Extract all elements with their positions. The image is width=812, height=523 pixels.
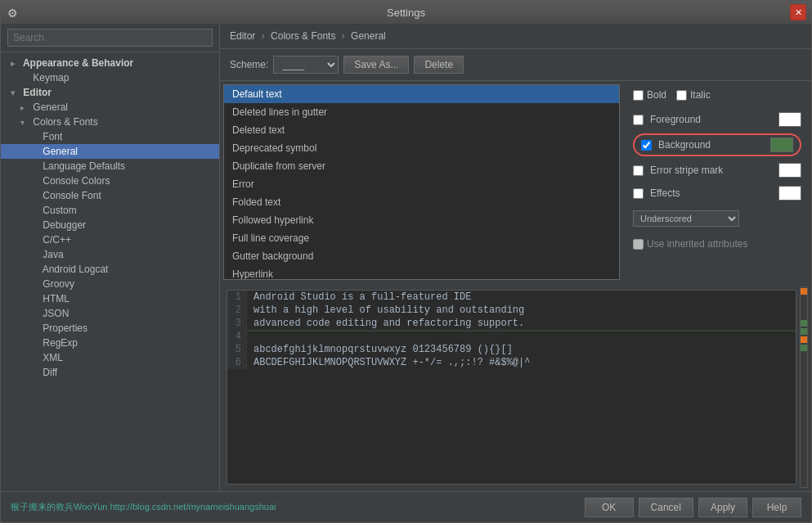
sidebar-item-html[interactable]: HTML <box>1 291 219 306</box>
expand-icon: ▾ <box>20 118 30 127</box>
line-number-3: 3 <box>227 317 247 330</box>
dropdown-item-default-text[interactable]: Default text <box>224 85 619 103</box>
scroll-mark-green2 <box>801 328 807 335</box>
sidebar-item-font[interactable]: Font <box>1 129 219 144</box>
background-swatch[interactable] <box>770 138 793 152</box>
sidebar-item-console-font[interactable]: Console Font <box>1 188 219 203</box>
preview-scrollbar[interactable] <box>800 286 808 489</box>
sidebar: ▸ Appearance & Behavior Keymap ▾ Editor … <box>1 24 220 491</box>
sidebar-item-appearance[interactable]: ▸ Appearance & Behavior <box>1 56 219 70</box>
dropdown-item-error[interactable]: Error <box>224 175 619 193</box>
title-bar: ⚙ Settings ✕ <box>1 1 811 24</box>
sidebar-item-label: JSON <box>43 308 69 319</box>
help-button[interactable]: Help <box>752 498 801 517</box>
cancel-button[interactable]: Cancel <box>639 498 693 517</box>
foreground-checkbox[interactable] <box>633 115 644 125</box>
options-panel: Bold Italic Foreground <box>623 81 811 283</box>
sidebar-item-general-sub[interactable]: General <box>1 144 219 159</box>
sidebar-item-colors-fonts[interactable]: ▾ Colors & Fonts <box>1 115 219 129</box>
sidebar-item-label: C/C++ <box>43 234 71 246</box>
sidebar-item-properties[interactable]: Properties <box>1 321 219 336</box>
sidebar-item-label: General <box>33 101 68 113</box>
sidebar-item-label: HTML <box>43 293 70 304</box>
sidebar-item-xml[interactable]: XML <box>1 350 219 365</box>
sidebar-item-label: Font <box>43 131 62 142</box>
line-number-5: 5 <box>227 343 247 356</box>
scroll-mark-orange1 <box>801 288 807 295</box>
bold-checkbox[interactable] <box>633 90 644 101</box>
dropdown-item-gutter-bg[interactable]: Gutter background <box>224 247 619 265</box>
sidebar-item-lang-defaults[interactable]: Language Defaults <box>1 159 219 174</box>
sidebar-item-label: Custom <box>43 205 76 216</box>
settings-window: ⚙ Settings ✕ ▸ Appearance & Behavior Key… <box>0 0 812 523</box>
sidebar-item-label: RegExp <box>43 337 78 349</box>
sidebar-tree: ▸ Appearance & Behavior Keymap ▾ Editor … <box>1 52 219 491</box>
scroll-mark-green3 <box>801 345 807 351</box>
sidebar-item-editor[interactable]: ▾ Editor <box>1 85 219 100</box>
expand-icon: ▸ <box>11 59 20 68</box>
main-content: ▸ Appearance & Behavior Keymap ▾ Editor … <box>1 24 811 491</box>
line-content-5: abcdefghijklmnopqrstuvwxyz 0123456789 ()… <box>247 343 519 356</box>
foreground-swatch[interactable] <box>778 112 801 127</box>
line-content-1: Android Studio is a full-featured IDE <box>247 291 478 304</box>
content-area: Default text Deleted lines in gutter Del… <box>220 81 811 491</box>
dropdown-item-full-line[interactable]: Full line coverage <box>224 229 619 247</box>
sidebar-item-label: Properties <box>43 322 87 334</box>
ok-button[interactable]: OK <box>585 498 634 517</box>
dropdown-item-deleted-gutter[interactable]: Deleted lines in gutter <box>224 103 619 121</box>
background-container: Background <box>633 133 801 156</box>
sidebar-item-keymap[interactable]: Keymap <box>1 70 219 85</box>
search-bar <box>1 24 219 52</box>
sidebar-item-custom[interactable]: Custom <box>1 203 219 218</box>
error-stripe-swatch[interactable] <box>778 163 801 178</box>
apply-button[interactable]: Apply <box>698 498 747 517</box>
window-icon: ⚙ <box>7 7 18 20</box>
sidebar-item-json[interactable]: JSON <box>1 306 219 321</box>
delete-button[interactable]: Delete <box>414 56 464 74</box>
italic-checkbox[interactable] <box>676 90 687 101</box>
sidebar-item-label: Android Logcat <box>43 264 109 275</box>
sidebar-item-label: Colors & Fonts <box>33 116 97 128</box>
dropdown-item-followed-hyperlink[interactable]: Followed hyperlink <box>224 211 619 229</box>
preview-line-2: 2 with a high level of usability and out… <box>227 304 796 317</box>
line-number-1: 1 <box>227 291 247 304</box>
background-checkbox[interactable] <box>641 140 652 151</box>
dropdown-item-folded-text[interactable]: Folded text <box>224 193 619 211</box>
preview-area: 1 Android Studio is a full-featured IDE … <box>227 290 796 485</box>
sidebar-item-android-logcat[interactable]: Android Logcat <box>1 262 219 277</box>
breadcrumb-part3: General <box>351 30 386 42</box>
sidebar-item-cpp[interactable]: C/C++ <box>1 232 219 247</box>
background-label: Background <box>658 139 764 151</box>
sidebar-item-label: Language Defaults <box>43 160 125 172</box>
search-input[interactable] <box>7 29 213 47</box>
dropdown-item-duplicate[interactable]: Duplicate from server <box>224 157 619 175</box>
scheme-select[interactable]: ____ <box>273 56 339 74</box>
breadcrumb-part1: Editor <box>230 30 255 42</box>
inherited-label: Use inherited attributes <box>647 238 747 250</box>
breadcrumb: Editor › Colors & Fonts › General <box>220 24 811 49</box>
dropdown-item-deleted-text[interactable]: Deleted text <box>224 121 619 139</box>
inherited-checkbox <box>633 239 644 250</box>
close-button[interactable]: ✕ <box>790 4 806 20</box>
dropdown-item-hyperlink[interactable]: Hyperlink <box>224 265 619 280</box>
sidebar-item-regexp[interactable]: RegExp <box>1 336 219 350</box>
sidebar-item-label: General <box>43 146 78 157</box>
error-stripe-checkbox[interactable] <box>633 165 644 176</box>
save-as-button[interactable]: Save As... <box>343 56 409 74</box>
font-style-row: Bold Italic <box>633 89 801 101</box>
effects-checkbox[interactable] <box>633 188 644 199</box>
sidebar-item-console-colors[interactable]: Console Colors <box>1 174 219 188</box>
sidebar-item-groovy[interactable]: Groovy <box>1 277 219 291</box>
sidebar-item-label: Diff <box>43 367 57 378</box>
effects-select[interactable]: Underscored Bordered Dotted Underwaved S… <box>633 210 739 227</box>
effects-swatch[interactable] <box>778 186 801 201</box>
preview-container: 1 Android Studio is a full-featured IDE … <box>223 286 808 489</box>
sidebar-item-java[interactable]: Java <box>1 247 219 262</box>
line-number-4: 4 <box>227 330 247 343</box>
sidebar-item-diff[interactable]: Diff <box>1 365 219 380</box>
sidebar-item-debugger[interactable]: Debugger <box>1 218 219 232</box>
scroll-mark-orange2 <box>801 336 807 343</box>
sidebar-item-general[interactable]: ▸ General <box>1 100 219 115</box>
dropdown-item-deprecated[interactable]: Deprecated symbol <box>224 139 619 157</box>
italic-label: Italic <box>690 89 711 101</box>
